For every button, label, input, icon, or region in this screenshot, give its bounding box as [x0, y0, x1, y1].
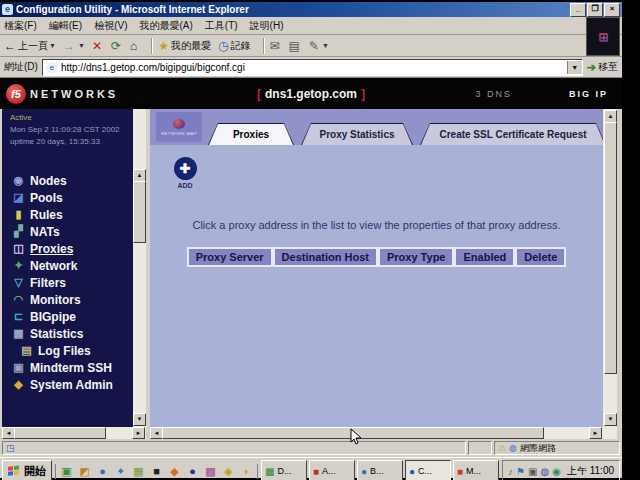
sidebar-item-system-admin[interactable]: ◆System Admin — [2, 376, 133, 393]
pools-icon: ◪ — [12, 191, 25, 204]
banner-hostname: dns1.getop.com — [265, 87, 357, 101]
status-text: Active — [10, 113, 133, 122]
stop-button[interactable]: ✕ — [92, 39, 104, 53]
sidebar-item-network[interactable]: ✦Network — [2, 257, 133, 274]
menu-tools[interactable]: 工具(T) — [205, 19, 238, 33]
scroll-thumb[interactable] — [14, 427, 106, 439]
scroll-down-icon[interactable]: ▼ — [604, 413, 617, 426]
menu-file[interactable]: 檔案(F) — [4, 19, 37, 33]
display-icon[interactable]: ▣ — [528, 466, 537, 477]
sidebar-item-rules[interactable]: ▮Rules — [2, 206, 133, 223]
favorites-icon: ★ — [158, 39, 169, 53]
tab-proxies[interactable]: Proxies — [208, 123, 294, 145]
mail-button[interactable]: ✉ — [270, 39, 282, 53]
sidebar-item-mindterm-ssh[interactable]: ▣Mindterm SSH — [2, 359, 133, 376]
start-button[interactable]: 開始 — [2, 460, 52, 480]
scroll-thumb[interactable] — [133, 181, 146, 243]
sidebar-item-pools[interactable]: ◪Pools — [2, 189, 133, 206]
system-tray: ♪ ⚑ ▣ ◍ ◉ 上午 11:00 — [502, 460, 620, 480]
sidebar-item-nodes[interactable]: ◉Nodes — [2, 172, 133, 189]
home-button[interactable]: ⌂ — [130, 39, 139, 53]
main-horizontal-scrollbar[interactable]: ◄ ► — [150, 427, 603, 439]
network-status-icon[interactable]: ◉ — [552, 466, 561, 477]
warning-icon: ⚠ — [498, 443, 506, 453]
scroll-right-icon[interactable]: ► — [589, 427, 602, 439]
sidebar-item-statistics[interactable]: ▦Statistics — [2, 325, 133, 342]
menu-view[interactable]: 檢視(V) — [94, 19, 127, 33]
proxies-icon: ◫ — [12, 242, 25, 255]
forward-button[interactable]: → ▼ — [63, 39, 85, 53]
scroll-thumb[interactable] — [604, 122, 617, 374]
show-desktop-icon[interactable]: ▣ — [59, 464, 74, 479]
frame-edge — [617, 109, 622, 439]
sidebar-vertical-scrollbar[interactable]: ▲ ▼ — [133, 109, 146, 427]
task-window-button-4[interactable]: ●C... — [405, 460, 451, 480]
task-window-button-2[interactable]: ■A... — [309, 460, 355, 480]
back-button[interactable]: ← 上一頁▼ — [4, 39, 56, 53]
flame-app-icon[interactable]: ◆ — [167, 464, 182, 479]
volume-icon[interactable]: ♪ — [508, 466, 513, 477]
history-button[interactable]: ◷ 記錄 — [218, 39, 250, 53]
sidebar-item-log-files[interactable]: ▤Log Files — [2, 342, 133, 359]
column-header-delete: Delete — [515, 247, 566, 267]
sidebar-item-monitors[interactable]: ◠Monitors — [2, 291, 133, 308]
sidebar-item-filters[interactable]: ▽Filters — [2, 274, 133, 291]
address-bar: 網址(D) e http://dns1.getop.com/bigipgui/b… — [0, 57, 622, 78]
scroll-right-icon[interactable]: ► — [132, 427, 145, 439]
outlook-icon[interactable]: ● — [95, 464, 110, 479]
address-dropdown-icon[interactable]: ▼ — [567, 61, 582, 74]
sidebar-item-proxies[interactable]: ◫Proxies — [2, 240, 133, 257]
task-window-button-3[interactable]: ●B... — [357, 460, 403, 480]
add-proxy-button[interactable]: ✚ ADD — [170, 157, 200, 189]
menu-help[interactable]: 說明(H) — [250, 19, 284, 33]
tab-proxy-statistics[interactable]: Proxy Statistics — [301, 123, 413, 145]
favorites-button[interactable]: ★ 我的最愛 — [158, 39, 211, 53]
ssh-terminal-icon: ▣ — [12, 361, 25, 374]
sidebar-item-nats[interactable]: ▞NATs — [2, 223, 133, 240]
refresh-button[interactable]: ⟳ — [111, 39, 123, 53]
globe-app-icon[interactable]: ● — [185, 464, 200, 479]
maximize-button[interactable]: ❐ — [587, 3, 603, 17]
bigpipe-icon: ⊏ — [12, 310, 25, 323]
nodes-icon: ◉ — [12, 174, 25, 187]
go-button[interactable]: ➔ 移至 — [587, 60, 618, 74]
print-button[interactable]: ▤ — [289, 39, 302, 53]
key-app-icon[interactable]: ◈ — [221, 464, 236, 479]
menu-favorites[interactable]: 我的最愛(A) — [139, 19, 192, 33]
edit-button[interactable]: ✎▼ — [309, 39, 329, 53]
sidebar-horizontal-scrollbar[interactable]: ◄ ► — [2, 427, 146, 439]
moon-app-icon[interactable]: ◗ — [239, 464, 254, 479]
home-icon: ⌂ — [130, 39, 137, 53]
monitors-icon: ◠ — [12, 293, 25, 306]
add-icon: ✚ — [174, 157, 197, 180]
ie-icon[interactable]: ◩ — [77, 464, 92, 479]
banner-3dns-label: 3 DNS — [475, 89, 512, 99]
scroll-down-icon[interactable]: ▼ — [133, 413, 146, 426]
title-bar: e Configuration Utility - Microsoft Inte… — [0, 2, 622, 17]
apps-grid-icon[interactable]: ▩ — [203, 464, 218, 479]
menu-bar: 檔案(F) 編輯(E) 檢視(V) 我的最愛(A) 工具(T) 說明(H) ⊞ — [0, 17, 622, 35]
status-spacer-panel — [468, 441, 492, 455]
address-label: 網址(D) — [4, 60, 38, 74]
update-icon[interactable]: ◍ — [540, 466, 549, 477]
network-map-button[interactable]: NETWORK MAP — [156, 112, 202, 142]
address-input[interactable]: e http://dns1.getop.com/bigipgui/bigconf… — [42, 59, 583, 76]
minimize-button[interactable]: _ — [570, 3, 586, 17]
main-vertical-scrollbar[interactable]: ▲ ▼ — [603, 109, 617, 439]
tab-create-ssl-certificate-request[interactable]: Create SSL Certificate Request — [420, 123, 603, 145]
log-files-icon: ▤ — [20, 344, 33, 357]
task-window-button-5[interactable]: ■M... — [453, 460, 499, 480]
chart-app-icon[interactable]: ▦ — [131, 464, 146, 479]
proxy-table-header-row: Proxy Server Destination Host Proxy Type… — [150, 247, 603, 267]
clock: 上午 11:00 — [567, 464, 614, 478]
task-buttons: ▩D... ■A... ●B... ●C... ■M... — [261, 460, 499, 480]
address-url[interactable]: http://dns1.getop.com/bigipgui/bigconf.c… — [61, 62, 567, 73]
history-icon: ◷ — [218, 39, 228, 53]
task-window-button-1[interactable]: ▩D... — [261, 460, 307, 480]
menu-edit[interactable]: 編輯(E) — [49, 19, 82, 33]
close-button[interactable]: × — [604, 3, 620, 17]
command-prompt-icon[interactable]: ■ — [149, 464, 164, 479]
media-player-icon[interactable]: ✦ — [113, 464, 128, 479]
flag-icon[interactable]: ⚑ — [516, 466, 525, 477]
sidebar-item-bigpipe[interactable]: ⊏BIGpipe — [2, 308, 133, 325]
